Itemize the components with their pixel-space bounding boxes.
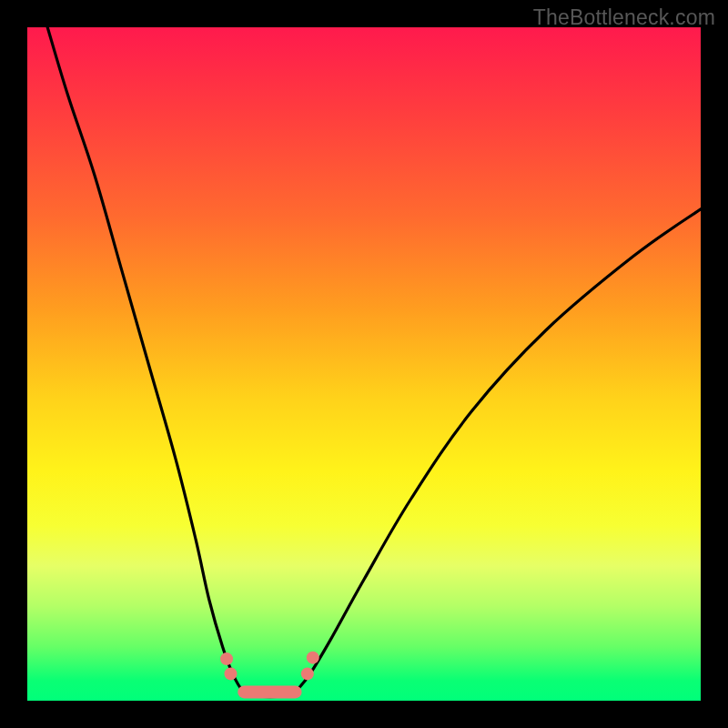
marker-beads xyxy=(220,652,319,693)
svg-point-0 xyxy=(220,652,233,665)
curve-layer xyxy=(27,27,701,701)
plot-area xyxy=(27,27,701,701)
bottleneck-curve xyxy=(47,27,701,697)
watermark-text: TheBottleneck.com xyxy=(533,5,715,30)
svg-point-1 xyxy=(224,667,237,680)
outer-frame: TheBottleneck.com xyxy=(0,0,728,728)
svg-point-3 xyxy=(307,652,319,664)
svg-point-2 xyxy=(301,667,314,680)
